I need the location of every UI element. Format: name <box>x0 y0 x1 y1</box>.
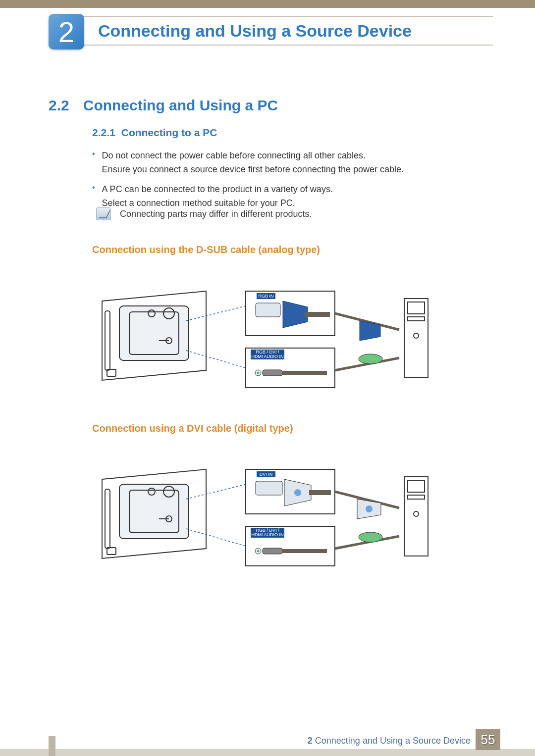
svg-rect-44 <box>309 490 331 495</box>
note-text: Connecting parts may differ in different… <box>120 209 312 219</box>
chapter-title: Connecting and Using a Source Device <box>98 21 412 41</box>
list-item: • Do not connect the power cable before … <box>92 149 485 176</box>
audio-port-label-2: HDMI AUDIO IN <box>251 354 283 359</box>
subsection-heading: 2.2.1 Connecting to a PC <box>92 127 217 139</box>
bullet-text: Do not connect the power cable before co… <box>102 149 404 176</box>
svg-rect-59 <box>408 480 425 492</box>
footer-stripe <box>0 749 535 756</box>
svg-line-37 <box>186 484 246 499</box>
svg-rect-60 <box>408 495 425 499</box>
svg-rect-35 <box>105 489 110 549</box>
dvi-heading: Connection using a DVI cable (digital ty… <box>92 423 293 434</box>
note-callout: Connecting parts may differ in different… <box>96 207 312 220</box>
svg-line-38 <box>186 529 246 546</box>
svg-line-8 <box>186 351 246 368</box>
subsection-title: Connecting to a PC <box>121 127 217 139</box>
svg-point-23 <box>359 354 382 364</box>
svg-point-61 <box>414 511 419 516</box>
dsub-heading: Connection using the D-SUB cable (analog… <box>92 244 320 255</box>
top-accent-bar <box>0 0 535 8</box>
svg-rect-27 <box>408 302 425 314</box>
bullet-icon: • <box>92 149 95 176</box>
bullet-icon: • <box>92 182 95 210</box>
section-heading: 2.2 Connecting and Using a PC <box>49 97 278 114</box>
subsection-number: 2.2.1 <box>92 127 115 139</box>
chapter-number-badge: 2 <box>49 14 84 50</box>
list-item: • A PC can be connected to the product i… <box>92 182 485 210</box>
dsub-port-label: RGB IN <box>258 294 273 299</box>
chapter-header: 2 Connecting and Using a Source Device <box>49 16 493 46</box>
svg-point-29 <box>414 333 419 338</box>
svg-rect-50 <box>282 549 327 553</box>
dvi-port-label: DVI IN <box>260 472 273 477</box>
svg-rect-18 <box>263 370 282 376</box>
section-number: 2.2 <box>49 97 69 114</box>
page-footer: 2 Connecting and Using a Source Device 5… <box>0 725 535 756</box>
page-number-badge: 55 <box>476 729 500 750</box>
note-icon <box>96 207 111 220</box>
section-title: Connecting and Using a PC <box>83 97 278 114</box>
dvi-diagram: DVI IN RGB / DVI / HDMI AUDIO IN <box>82 450 439 573</box>
svg-point-43 <box>294 489 301 496</box>
svg-point-48 <box>257 550 260 553</box>
svg-line-7 <box>186 306 246 321</box>
svg-rect-49 <box>263 548 282 554</box>
footer-chapter-ref: 2 Connecting and Using a Source Device <box>308 736 471 746</box>
svg-rect-28 <box>408 317 425 321</box>
svg-point-55 <box>359 532 382 542</box>
footer-left-accent <box>49 736 55 756</box>
audio-port-label-2b: HDMI AUDIO IN <box>251 532 283 537</box>
svg-rect-5 <box>105 311 110 370</box>
svg-rect-11 <box>256 303 280 317</box>
svg-rect-41 <box>256 481 282 495</box>
dsub-diagram: RGB IN RGB / DVI / HDMI AUDIO IN <box>82 271 439 395</box>
svg-rect-13 <box>305 312 330 317</box>
svg-rect-19 <box>282 371 327 375</box>
bullet-list: • Do not connect the power cable before … <box>92 149 485 216</box>
bullet-text: A PC can be connected to the product in … <box>102 182 333 210</box>
svg-point-54 <box>366 505 373 512</box>
svg-point-17 <box>257 372 260 374</box>
